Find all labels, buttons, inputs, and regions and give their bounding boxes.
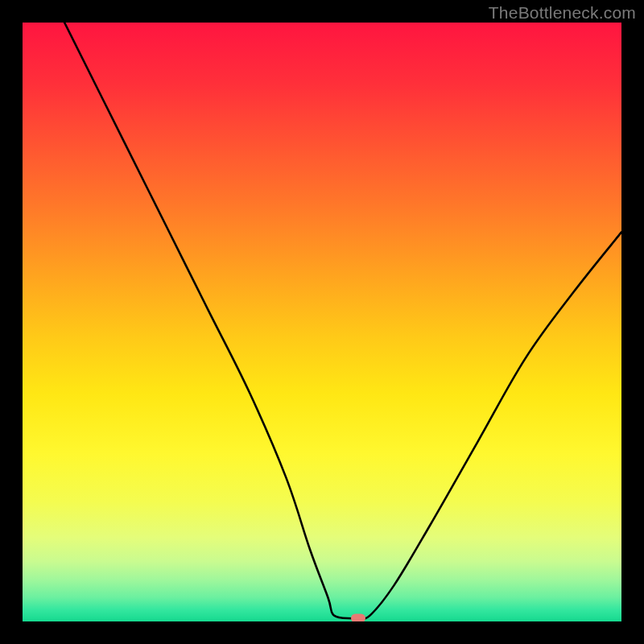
plot-area [23, 23, 621, 621]
curve-path [64, 23, 621, 619]
watermark-text: TheBottleneck.com [489, 3, 636, 23]
bottleneck-curve [23, 23, 621, 621]
optimum-marker [351, 614, 365, 621]
chart-frame: TheBottleneck.com [0, 0, 644, 644]
